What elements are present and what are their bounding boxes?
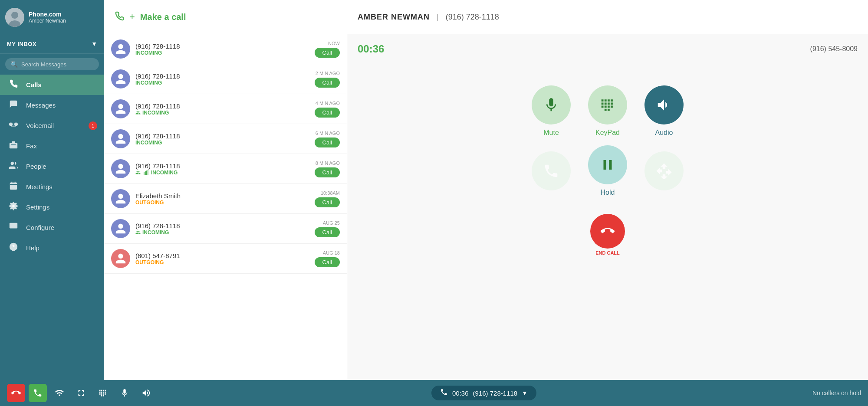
add-call-button[interactable] (532, 151, 571, 190)
call-info: (801) 547-8791 OUTGOING (135, 252, 309, 265)
help-icon (7, 242, 20, 254)
call-number: (916) 728-1118 (135, 222, 309, 229)
call-controls: Mute KeyPad Audio (358, 85, 858, 255)
call-button[interactable]: Call (315, 167, 340, 177)
call-time: 6 MIN AGO (316, 131, 340, 136)
call-button[interactable]: Call (315, 197, 340, 207)
call-number: (916) 728-1118 (135, 162, 309, 170)
call-avatar (111, 39, 130, 59)
sidebar-item-calls[interactable]: Calls (0, 75, 104, 95)
fax-icon (7, 140, 20, 152)
list-item: (916) 728-1118 INCOMING NOW Call (104, 34, 347, 64)
search-icon: 🔍 (10, 61, 18, 68)
call-button[interactable]: Call (315, 108, 340, 118)
answer-button[interactable] (29, 384, 47, 402)
audio-circle (644, 85, 684, 124)
make-call-header[interactable]: + Make a call (104, 0, 347, 34)
active-call-indicator[interactable]: 00:36 (916) 728-1118 ▼ (431, 386, 536, 400)
call-avatar (111, 219, 130, 238)
expand-icon-button[interactable] (72, 384, 90, 402)
sidebar-item-people[interactable]: People (0, 156, 104, 177)
call-avatar (111, 189, 130, 208)
sidebar-item-fax[interactable]: Fax (0, 136, 104, 156)
messages-label: Messages (26, 102, 56, 109)
sidebar-item-meetings[interactable]: Meetings (0, 177, 104, 197)
help-label: Help (26, 244, 39, 252)
end-call-bottom-button[interactable] (7, 384, 25, 402)
header-divider: | (437, 13, 439, 22)
audio-button[interactable]: Audio (644, 85, 684, 137)
call-number: (916) 728-1118 (135, 43, 309, 50)
sidebar-item-configure[interactable]: Configure (0, 217, 104, 238)
no-callers-label: No callers on hold (812, 390, 861, 396)
sidebar-item-settings[interactable]: Settings (0, 197, 104, 217)
phone-indicator-icon (440, 388, 448, 398)
search-input[interactable] (21, 61, 94, 68)
calls-icon (7, 79, 20, 91)
call-button[interactable]: Call (315, 257, 340, 267)
call-direction: INCOMING (135, 140, 309, 146)
mute-button[interactable]: Mute (532, 85, 571, 137)
keypad-bottom-button[interactable] (94, 384, 112, 402)
mic-bottom-button[interactable] (115, 384, 134, 402)
call-number: (916) 728-1118 (135, 102, 309, 110)
active-caller-name: AMBER NEWMAN (358, 13, 430, 22)
list-item: (801) 547-8791 OUTGOING AUG 18 Call (104, 244, 347, 274)
call-button[interactable]: Call (315, 227, 340, 237)
username-label: Amber Newman (29, 18, 66, 24)
keypad-button[interactable]: KeyPad (588, 85, 627, 137)
people-icon (7, 160, 20, 172)
make-call-label: Make a call (140, 12, 186, 22)
audio-label: Audio (655, 129, 673, 137)
call-info: (916) 728-1118 INCOMING (135, 162, 309, 176)
sidebar-header: Phone.com Amber Newman (0, 0, 104, 34)
svg-rect-9 (10, 183, 17, 190)
svg-rect-20 (148, 170, 148, 175)
call-time: AUG 25 (323, 220, 340, 226)
end-call-section: END CALL (590, 205, 625, 255)
list-item: Elizabeth Smith OUTGOING 10:38AM Call (104, 184, 347, 214)
call-avatar (111, 69, 130, 88)
controls-row-2: Hold (532, 145, 684, 196)
call-info: Elizabeth Smith OUTGOING (135, 192, 309, 206)
sidebar-item-voicemail[interactable]: Voicemail 1 (0, 115, 104, 136)
active-call-panel: 00:36 (916) 545-8009 Mute KeyPad (347, 34, 868, 380)
transfer-button[interactable] (644, 151, 684, 190)
mute-circle (532, 85, 571, 124)
list-item: (916) 728-1118 INCOMING 2 MIN AGO Call (104, 64, 347, 94)
call-time-btn: 8 MIN AGO Call (315, 160, 340, 177)
call-button[interactable]: Call (315, 78, 340, 88)
configure-icon (7, 222, 20, 233)
call-info: (916) 728-1118 INCOMING (135, 102, 309, 116)
end-call-button[interactable] (590, 214, 625, 249)
speaker-bottom-button[interactable] (137, 384, 155, 402)
search-wrapper: 🔍 (5, 58, 99, 70)
sidebar-item-messages[interactable]: Messages (0, 95, 104, 115)
list-item: (916) 728-1118 INCOMING 6 MIN AGO Call (104, 124, 347, 154)
inbox-selector[interactable]: MY INBOX ▼ (0, 34, 104, 54)
svg-point-8 (11, 162, 14, 165)
sidebar-item-help[interactable]: Help (0, 238, 104, 258)
hold-button[interactable]: Hold (588, 145, 627, 196)
call-time: NOW (328, 41, 340, 46)
call-direction: INCOMING (135, 229, 309, 236)
call-direction: INCOMING (135, 170, 309, 176)
call-time-btn: NOW Call (315, 41, 340, 58)
call-button[interactable]: Call (315, 48, 340, 58)
call-time: 10:38AM (321, 190, 340, 196)
call-number: (801) 547-8791 (135, 252, 309, 259)
controls-row-1: Mute KeyPad Audio (532, 85, 684, 137)
svg-point-4 (14, 122, 18, 126)
calls-label: Calls (26, 81, 42, 88)
plus-icon: + (129, 11, 135, 23)
call-avatar (111, 99, 130, 118)
svg-rect-6 (10, 143, 17, 148)
call-button[interactable]: Call (315, 138, 340, 147)
call-time-btn: 4 MIN AGO Call (315, 101, 340, 118)
wifi-icon-button[interactable] (50, 384, 69, 402)
call-avatar (111, 249, 130, 268)
call-time: 8 MIN AGO (316, 160, 340, 166)
call-number: Elizabeth Smith (135, 192, 309, 200)
call-dropdown-arrow[interactable]: ▼ (522, 390, 528, 396)
call-time-btn: 6 MIN AGO Call (315, 131, 340, 147)
